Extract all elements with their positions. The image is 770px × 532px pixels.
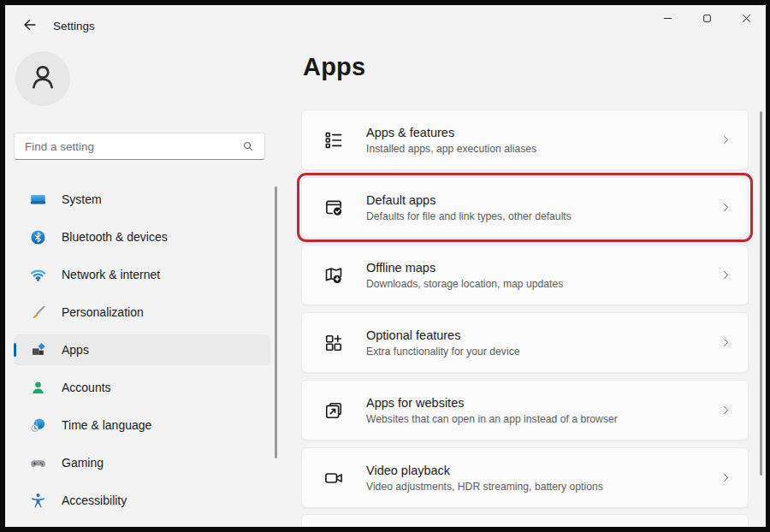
card-subtitle: Defaults for file and link types, other … bbox=[366, 210, 720, 222]
maximize-icon bbox=[700, 11, 714, 28]
chevron-right-icon bbox=[720, 404, 732, 417]
bluetooth-icon bbox=[29, 228, 47, 246]
system-icon bbox=[29, 191, 47, 209]
selected-indicator bbox=[14, 343, 16, 357]
card-text: Default appsDefaults for file and link t… bbox=[366, 193, 720, 222]
settings-cards: Apps & featuresInstalled apps, app execu… bbox=[301, 109, 749, 515]
gaming-icon bbox=[29, 454, 47, 472]
settings-window: Settings SystemBluetooth & devicesNetwor… bbox=[5, 5, 766, 527]
back-button[interactable] bbox=[16, 12, 44, 39]
window-title: Settings bbox=[53, 20, 95, 33]
sidebar-item-label: Bluetooth & devices bbox=[62, 230, 168, 244]
back-arrow-icon bbox=[21, 23, 38, 36]
card-title: Apps for websites bbox=[366, 396, 720, 410]
avatar[interactable] bbox=[15, 51, 70, 106]
chevron-right-icon bbox=[720, 471, 732, 484]
card-title: Default apps bbox=[366, 193, 720, 207]
sidebar-item-label: Personalization bbox=[62, 305, 144, 319]
accounts-icon bbox=[29, 379, 47, 397]
search-icon bbox=[241, 139, 255, 153]
card-subtitle: Extra functionality for your device bbox=[366, 346, 720, 358]
sidebar-scrollbar[interactable] bbox=[275, 186, 277, 458]
settings-card-apps-features[interactable]: Apps & featuresInstalled apps, app execu… bbox=[301, 109, 749, 170]
screenshot-frame: Settings SystemBluetooth & devicesNetwor… bbox=[0, 0, 770, 532]
card-subtitle: Downloads, storage location, map updates bbox=[366, 278, 720, 290]
offline-maps-icon bbox=[323, 264, 345, 287]
network-icon bbox=[29, 266, 47, 284]
time-language-icon bbox=[29, 417, 47, 434]
sidebar-item-network-internet[interactable]: Network & internet bbox=[14, 259, 270, 290]
close-icon bbox=[739, 11, 754, 28]
card-subtitle: Websites that can open in an app instead… bbox=[366, 413, 720, 425]
chevron-right-icon bbox=[720, 269, 732, 281]
chevron-right-icon bbox=[720, 336, 732, 349]
sidebar-nav: SystemBluetooth & devicesNetwork & inter… bbox=[14, 184, 270, 523]
card-text: Offline mapsDownloads, storage location,… bbox=[366, 261, 720, 290]
default-apps-icon bbox=[323, 197, 345, 219]
card-title: Apps & features bbox=[366, 126, 720, 139]
sidebar-item-gaming[interactable]: Gaming bbox=[14, 447, 270, 478]
apps-icon bbox=[29, 341, 47, 359]
chevron-right-icon bbox=[720, 133, 732, 146]
sidebar-item-label: System bbox=[62, 192, 102, 206]
sidebar-item-label: Gaming bbox=[62, 456, 104, 470]
card-text: Apps & featuresInstalled apps, app execu… bbox=[366, 126, 720, 155]
search-box bbox=[14, 133, 265, 160]
minimize-button[interactable] bbox=[648, 5, 687, 34]
card-text: Video playbackVideo adjustments, HDR str… bbox=[366, 464, 720, 493]
sidebar-item-system[interactable]: System bbox=[14, 184, 270, 215]
settings-card-apps-for-websites[interactable]: Apps for websitesWebsites that can open … bbox=[301, 380, 749, 440]
sidebar-item-label: Accounts bbox=[62, 381, 111, 394]
maximize-button[interactable] bbox=[687, 5, 726, 34]
sidebar-item-label: Apps bbox=[62, 343, 89, 357]
sidebar-item-bluetooth-devices[interactable]: Bluetooth & devices bbox=[14, 222, 270, 252]
card-text: Apps for websitesWebsites that can open … bbox=[366, 396, 720, 425]
apps-websites-icon bbox=[323, 399, 345, 422]
sidebar-item-label: Time & language bbox=[62, 418, 151, 432]
close-button[interactable] bbox=[726, 5, 766, 34]
optional-features-icon bbox=[323, 332, 345, 354]
sidebar-item-time-language[interactable]: Time & language bbox=[14, 410, 270, 440]
sidebar-item-label: Accessibility bbox=[62, 494, 127, 507]
main-scrollbar[interactable] bbox=[760, 111, 762, 476]
titlebar: Settings bbox=[5, 5, 766, 46]
window-controls bbox=[648, 5, 766, 34]
settings-card-partial[interactable] bbox=[301, 514, 749, 527]
minimize-icon bbox=[660, 11, 675, 28]
sidebar-item-personalization[interactable]: Personalization bbox=[14, 297, 270, 328]
sidebar-item-apps[interactable]: Apps bbox=[14, 334, 270, 365]
personalization-icon bbox=[29, 304, 47, 322]
card-subtitle: Video adjustments, HDR streaming, batter… bbox=[366, 481, 720, 493]
person-icon bbox=[24, 58, 62, 99]
chevron-right-icon bbox=[720, 201, 732, 214]
search-input[interactable] bbox=[15, 133, 241, 159]
settings-card-default-apps[interactable]: Default appsDefaults for file and link t… bbox=[301, 177, 749, 238]
video-playback-icon bbox=[323, 467, 345, 489]
settings-card-video-playback[interactable]: Video playbackVideo adjustments, HDR str… bbox=[301, 447, 749, 508]
sidebar-item-accounts[interactable]: Accounts bbox=[14, 372, 270, 403]
apps-features-icon bbox=[323, 129, 345, 151]
settings-card-offline-maps[interactable]: Offline mapsDownloads, storage location,… bbox=[301, 245, 749, 305]
card-title: Offline maps bbox=[366, 261, 720, 275]
sidebar-item-accessibility[interactable]: Accessibility bbox=[14, 485, 270, 516]
card-text: Optional featuresExtra functionality for… bbox=[366, 328, 720, 358]
sidebar-item-label: Network & internet bbox=[62, 268, 160, 281]
settings-card-optional-features[interactable]: Optional featuresExtra functionality for… bbox=[301, 312, 749, 373]
accessibility-icon bbox=[29, 492, 47, 510]
card-title: Optional features bbox=[366, 328, 720, 342]
card-title: Video playback bbox=[366, 464, 720, 477]
card-subtitle: Installed apps, app execution aliases bbox=[366, 143, 720, 155]
page-title: Apps bbox=[303, 53, 365, 81]
